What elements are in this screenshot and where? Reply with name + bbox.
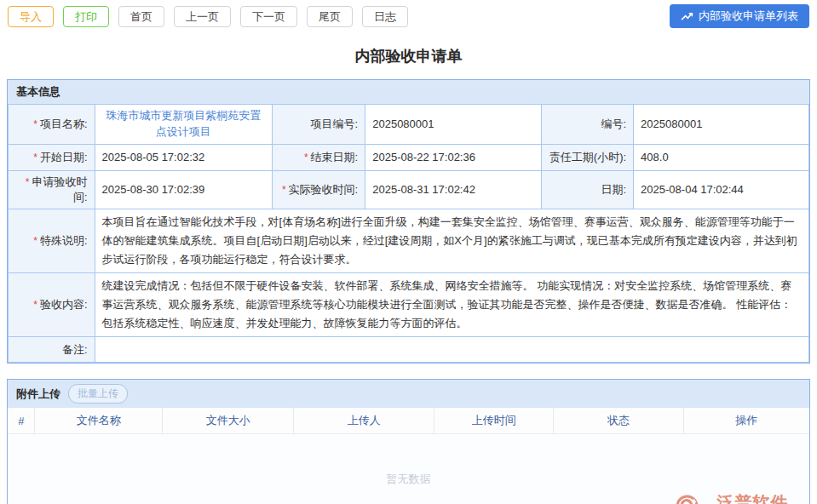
end-date-label: *结束日期:	[273, 144, 365, 170]
accept-content-value: 统建设完成情况：包括但不限于硬件设备安装、软件部署、系统集成、网络安全措施等。 …	[95, 272, 808, 336]
special-note-label: *特殊说明:	[9, 209, 95, 272]
basic-info-section: 基本信息 *项目名称: 珠海市城市更新项目紫桐苑安置点设计项目 项目编号: 20…	[7, 79, 810, 364]
actual-accept-time-label: *实际验收时间:	[273, 170, 365, 209]
col-actions: 操作	[683, 408, 809, 434]
required-mark: *	[282, 184, 286, 196]
form-row-dates: *开始日期: 2025-08-05 17:02:32 *结束日期: 2025-0…	[9, 144, 809, 170]
acceptance-list-button[interactable]: 内部验收申请单列表	[670, 4, 809, 28]
form-row-accept-content: *验收内容: 统建设完成情况：包括但不限于硬件设备安装、软件部署、系统集成、网络…	[9, 272, 809, 336]
required-mark: *	[304, 152, 308, 163]
project-name-link[interactable]: 珠海市城市更新项目紫桐苑安置点设计项目	[102, 108, 266, 140]
attachments-empty-body: 暂无数据 泛普软件 www.fanpusoft.com	[8, 434, 809, 504]
print-button[interactable]: 打印	[63, 6, 109, 27]
vendor-brand: 泛普软件	[716, 494, 788, 504]
col-index: #	[8, 408, 35, 434]
toolbar: 导入 打印 首页 上一页 下一页 尾页 日志 内部验收申请单列表	[0, 0, 817, 32]
duty-hours-value: 408.0	[634, 144, 809, 170]
attachments-section-title: 附件上传	[16, 387, 60, 402]
col-file-size: 文件大小	[163, 408, 294, 434]
next-page-button[interactable]: 下一页	[240, 6, 297, 27]
log-button[interactable]: 日志	[362, 6, 408, 27]
apply-accept-time-label: *申请验收时间:	[9, 170, 95, 209]
col-uploader: 上传人	[294, 408, 434, 434]
vendor-watermark-text: 泛普软件 www.fanpusoft.com	[701, 494, 804, 504]
fanpu-logo-icon	[676, 495, 699, 504]
acceptance-list-button-label: 内部验收申请单列表	[699, 9, 798, 24]
col-file-name: 文件名称	[35, 408, 163, 434]
code-label: 编号:	[542, 105, 634, 145]
special-note-value: 本项目旨在通过智能化技术手段，对[体育场名称]进行全面升级，构建一套集安全监控、…	[95, 209, 808, 272]
basic-info-form: *项目名称: 珠海市城市更新项目紫桐苑安置点设计项目 项目编号: 2025080…	[8, 104, 809, 363]
required-mark: *	[33, 299, 37, 311]
import-button[interactable]: 导入	[8, 6, 54, 27]
last-page-button[interactable]: 尾页	[307, 6, 353, 27]
date-value: 2025-08-04 17:02:44	[634, 170, 809, 209]
required-mark: *	[26, 176, 30, 188]
form-row-special-note: *特殊说明: 本项目旨在通过智能化技术手段，对[体育场名称]进行全面升级，构建一…	[9, 209, 809, 272]
vendor-watermark: 泛普软件 www.fanpusoft.com	[676, 494, 804, 504]
home-button[interactable]: 首页	[118, 6, 164, 27]
attachments-table-header-row: # 文件名称 文件大小 上传人 上传时间 状态 操作	[8, 408, 809, 434]
empty-data-text: 暂无数据	[8, 472, 809, 487]
project-code-value: 2025080001	[365, 105, 542, 145]
form-row-project: *项目名称: 珠海市城市更新项目紫桐苑安置点设计项目 项目编号: 2025080…	[9, 105, 809, 145]
prev-page-button[interactable]: 上一页	[174, 6, 231, 27]
date-label: 日期:	[542, 170, 634, 209]
apply-accept-time-value: 2025-08-30 17:02:39	[95, 170, 273, 209]
remark-label: 备注:	[9, 337, 95, 363]
attachments-section: 附件上传 批量上传 # 文件名称 文件大小 上传人 上传时间 状态 操作 暂无数…	[7, 379, 810, 504]
attachments-table: # 文件名称 文件大小 上传人 上传时间 状态 操作	[8, 408, 809, 434]
basic-info-section-title: 基本信息	[16, 84, 60, 100]
required-mark: *	[33, 152, 37, 163]
batch-upload-button[interactable]: 批量上传	[68, 384, 128, 404]
form-row-accept-times: *申请验收时间: 2025-08-30 17:02:39 *实际验收时间: 20…	[9, 170, 809, 209]
start-date-label: *开始日期:	[9, 144, 95, 170]
col-upload-time: 上传时间	[434, 408, 554, 434]
end-date-value: 2025-08-22 17:02:36	[365, 144, 542, 170]
page-title: 内部验收申请单	[0, 46, 817, 66]
project-name-value: 珠海市城市更新项目紫桐苑安置点设计项目	[95, 105, 273, 145]
project-code-label: 项目编号:	[273, 105, 365, 145]
duty-hours-label: 责任工期(小时):	[542, 144, 634, 170]
col-status: 状态	[554, 408, 683, 434]
required-mark: *	[33, 118, 37, 130]
start-date-value: 2025-08-05 17:02:32	[95, 144, 273, 170]
accept-content-label: *验收内容:	[9, 272, 95, 336]
basic-info-section-header: 基本信息	[8, 80, 809, 104]
form-row-remark: 备注:	[9, 337, 809, 363]
required-mark: *	[33, 235, 37, 247]
attachments-section-header: 附件上传 批量上传	[8, 380, 809, 408]
remark-value	[95, 337, 808, 363]
code-value: 2025080001	[634, 105, 809, 145]
trend-arrow-icon	[681, 12, 693, 21]
actual-accept-time-value: 2025-08-31 17:02:42	[365, 170, 542, 209]
project-name-label: *项目名称:	[9, 105, 95, 145]
